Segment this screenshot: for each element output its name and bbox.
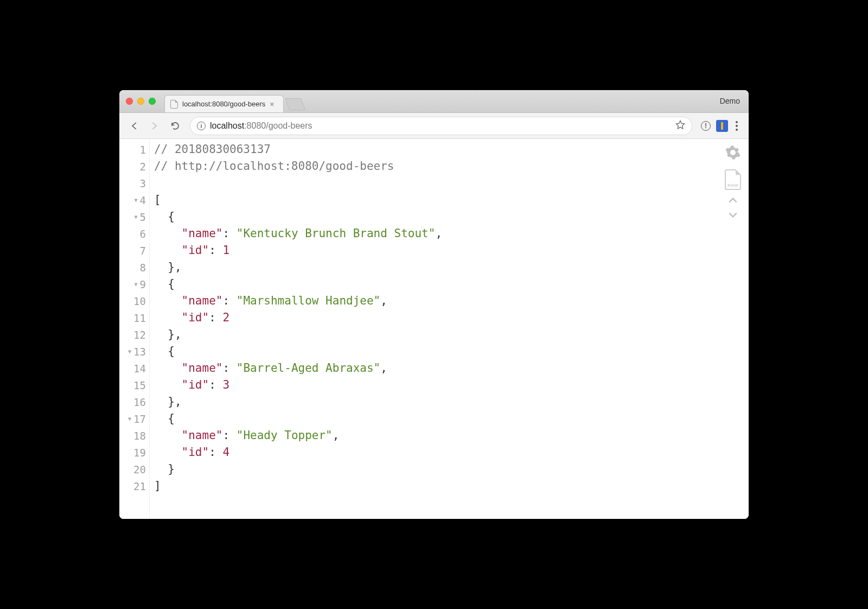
code-line: // http://localhost:8080/good-beers — [154, 158, 744, 175]
code-line: "name": "Heady Topper", — [154, 427, 744, 444]
code-line: "id": 2 — [154, 309, 744, 326]
minimize-window-button[interactable] — [137, 98, 144, 105]
line-number: 6 — [119, 225, 149, 242]
line-number-gutter: 123▼4▼5678▼9101112▼13141516▼1718192021 — [119, 139, 150, 519]
raw-icon[interactable] — [725, 169, 741, 190]
line-number: 10 — [119, 293, 149, 309]
forward-button[interactable] — [145, 117, 164, 135]
code-line: "id": 1 — [154, 242, 744, 259]
line-number: 21 — [119, 478, 149, 494]
browser-tab[interactable]: localhost:8080/good-beers × — [164, 95, 284, 112]
url-text: localhost:8080/good-beers — [210, 121, 312, 131]
line-number: 15 — [119, 377, 149, 394]
profile-label[interactable]: Demo — [720, 97, 740, 105]
code-line: ] — [154, 478, 744, 494]
chevron-down-icon[interactable] — [727, 211, 738, 219]
site-info-icon[interactable]: i — [197, 122, 206, 130]
page-content: 123▼4▼5678▼9101112▼13141516▼1718192021 /… — [119, 139, 749, 519]
code-line: { — [154, 208, 744, 225]
line-number: 8 — [119, 259, 149, 276]
toolbar-right: ! — [698, 119, 743, 133]
code-line: // 20180830063137 — [154, 141, 744, 158]
line-number: 12 — [119, 326, 149, 343]
back-button[interactable] — [125, 117, 143, 135]
close-window-button[interactable] — [126, 98, 133, 105]
line-number: 11 — [119, 309, 149, 326]
code-line: [ — [154, 192, 744, 208]
gear-icon[interactable] — [725, 144, 741, 163]
json-viewer: // 20180830063137// http://localhost:808… — [150, 139, 749, 519]
tab-close-button[interactable]: × — [270, 100, 274, 109]
code-line: "name": "Kentucky Brunch Brand Stout", — [154, 225, 744, 242]
line-number: 7 — [119, 242, 149, 259]
code-line: }, — [154, 394, 744, 410]
code-line: { — [154, 343, 744, 360]
line-number: ▼13 — [119, 343, 149, 360]
line-number: 14 — [119, 360, 149, 377]
line-number: ▼9 — [119, 276, 149, 293]
code-line: "id": 4 — [154, 444, 744, 461]
alert-icon[interactable]: ! — [701, 121, 711, 131]
fold-toggle-icon[interactable]: ▼ — [135, 281, 138, 287]
url-path: :8080/good-beers — [244, 121, 312, 130]
browser-window: localhost:8080/good-beers × Demo i local… — [119, 90, 749, 519]
tab-strip: localhost:8080/good-beers × Demo — [119, 90, 749, 113]
page-icon — [170, 100, 178, 109]
fold-toggle-icon[interactable]: ▼ — [128, 348, 131, 354]
line-number: ▼4 — [119, 192, 149, 208]
maximize-window-button[interactable] — [149, 98, 156, 105]
fold-toggle-icon[interactable]: ▼ — [128, 416, 131, 422]
code-line — [154, 175, 744, 192]
tab-title: localhost:8080/good-beers — [182, 100, 265, 108]
line-number: 1 — [119, 141, 149, 158]
toolbar: i localhost:8080/good-beers ! — [119, 113, 749, 139]
address-bar[interactable]: i localhost:8080/good-beers — [190, 117, 692, 135]
menu-button[interactable] — [733, 119, 740, 133]
extension-icon[interactable] — [716, 120, 728, 132]
chevron-up-icon[interactable] — [727, 196, 738, 205]
window-controls — [126, 98, 156, 105]
new-tab-button[interactable] — [285, 98, 305, 110]
fold-toggle-icon[interactable]: ▼ — [135, 197, 138, 203]
code-line: } — [154, 461, 744, 478]
line-number: 3 — [119, 175, 149, 192]
code-line: "name": "Marshmallow Handjee", — [154, 293, 744, 309]
json-viewer-tools — [725, 144, 741, 219]
code-line: "name": "Barrel-Aged Abraxas", — [154, 360, 744, 377]
line-number: ▼17 — [119, 410, 149, 427]
fold-toggle-icon[interactable]: ▼ — [135, 214, 138, 220]
bookmark-star-icon[interactable] — [675, 120, 685, 132]
line-number: 19 — [119, 444, 149, 461]
line-number: 2 — [119, 158, 149, 175]
code-line: { — [154, 410, 744, 427]
line-number: 20 — [119, 461, 149, 478]
code-line: "id": 3 — [154, 377, 744, 394]
code-line: { — [154, 276, 744, 293]
line-number: ▼5 — [119, 208, 149, 225]
code-line: }, — [154, 259, 744, 276]
url-host: localhost — [210, 121, 244, 130]
line-number: 16 — [119, 394, 149, 410]
reload-button[interactable] — [166, 117, 184, 135]
line-number: 18 — [119, 427, 149, 444]
code-line: }, — [154, 326, 744, 343]
